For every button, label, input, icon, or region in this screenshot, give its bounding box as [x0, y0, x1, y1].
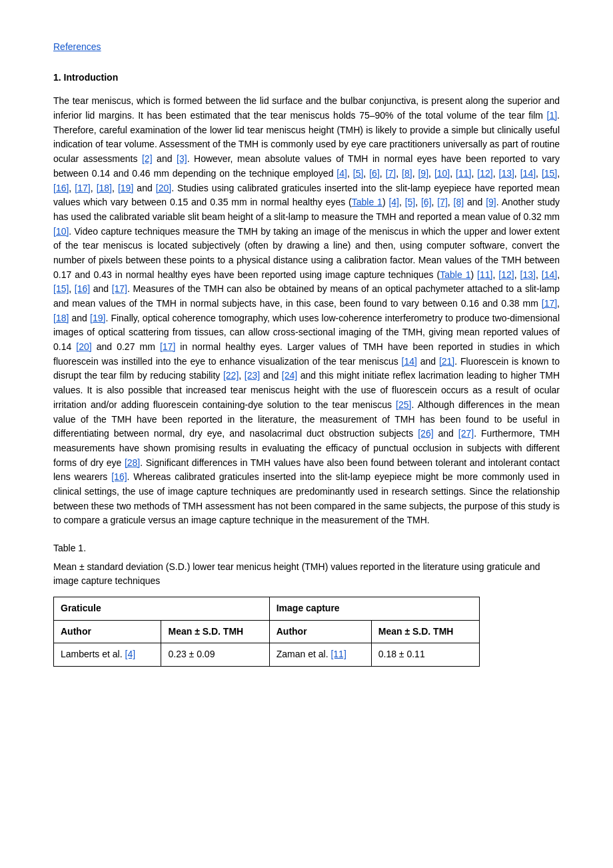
ref-11-table[interactable]: [11]	[330, 649, 346, 659]
ref-14c[interactable]: [14]	[402, 356, 417, 367]
table-1-ref-b[interactable]: Table 1	[440, 269, 470, 280]
image-author-cell: Zaman et al. [11]	[269, 643, 371, 667]
ref-6[interactable]: [6]	[369, 168, 380, 179]
ref-26[interactable]: [26]	[418, 428, 433, 439]
graticule-mean-cell: 0.23 ± 0.09	[161, 643, 269, 667]
ref-17b[interactable]: [17]	[112, 283, 127, 294]
ref-10b[interactable]: [10]	[53, 226, 69, 237]
references-link[interactable]: References	[53, 40, 560, 55]
ref-27[interactable]: [27]	[458, 428, 474, 439]
ref-14b[interactable]: [14]	[542, 269, 557, 280]
ref-4-table[interactable]: [4]	[125, 649, 136, 659]
col-header-image-author: Author	[269, 620, 371, 643]
col-header-graticule-mean: Mean ± S.D. TMH	[161, 620, 269, 643]
ref-25[interactable]: [25]	[396, 399, 411, 410]
ref-3[interactable]: [3]	[177, 153, 187, 164]
ref-16b[interactable]: [16]	[75, 283, 90, 294]
ref-20[interactable]: [20]	[156, 183, 171, 193]
ref-17d[interactable]: [17]	[160, 341, 175, 352]
ref-4[interactable]: [4]	[336, 168, 347, 179]
ref-12[interactable]: [12]	[477, 168, 492, 179]
ref-13[interactable]: [13]	[499, 168, 514, 179]
ref-6b[interactable]: [6]	[421, 197, 432, 207]
ref-20b[interactable]: [20]	[76, 341, 91, 352]
section-title: 1. Introduction	[53, 71, 560, 85]
ref-1[interactable]: [1]	[547, 110, 558, 121]
ref-24[interactable]: [24]	[282, 370, 297, 381]
ref-10[interactable]: [10]	[434, 168, 450, 179]
ref-16c[interactable]: [16]	[111, 471, 127, 482]
introduction-paragraph: The tear meniscus, which is formed betwe…	[53, 94, 560, 528]
table-description: Mean ± standard deviation (S.D.) lower t…	[53, 560, 560, 589]
ref-11b[interactable]: [11]	[477, 269, 492, 280]
results-table: Graticule Image capture Author Mean ± S.…	[53, 597, 480, 667]
ref-17[interactable]: [17]	[75, 183, 90, 193]
ref-22[interactable]: [22]	[223, 370, 239, 381]
ref-19[interactable]: [19]	[118, 183, 133, 193]
ref-23[interactable]: [23]	[245, 370, 260, 381]
ref-17c[interactable]: [17]	[542, 298, 557, 309]
ref-18[interactable]: [18]	[97, 183, 112, 193]
ref-13b[interactable]: [13]	[520, 269, 536, 280]
ref-9b[interactable]: [9]	[486, 197, 496, 207]
ref-7b[interactable]: [7]	[437, 197, 448, 207]
ref-9[interactable]: [9]	[418, 168, 428, 179]
ref-2[interactable]: [2]	[142, 153, 153, 164]
ref-16[interactable]: [16]	[53, 183, 69, 193]
ref-5[interactable]: [5]	[353, 168, 364, 179]
ref-21[interactable]: [21]	[439, 356, 454, 367]
ref-18b[interactable]: [18]	[53, 313, 69, 323]
table-1-ref-a[interactable]: Table 1	[352, 197, 382, 207]
ref-8[interactable]: [8]	[402, 168, 412, 179]
ref-14[interactable]: [14]	[520, 168, 536, 179]
ref-12b[interactable]: [12]	[498, 269, 514, 280]
ref-11[interactable]: [11]	[456, 168, 471, 179]
ref-15[interactable]: [15]	[542, 168, 557, 179]
ref-15b[interactable]: [15]	[53, 283, 69, 294]
col-header-graticule-author: Author	[54, 620, 161, 643]
ref-5b[interactable]: [5]	[405, 197, 416, 207]
table-row: Lamberts et al. [4] 0.23 ± 0.09 Zaman et…	[54, 643, 480, 667]
image-mean-cell: 0.18 ± 0.11	[371, 643, 479, 667]
table-caption: Table 1.	[53, 541, 560, 556]
image-capture-group-header: Image capture	[269, 597, 479, 621]
col-header-image-mean: Mean ± S.D. TMH	[371, 620, 479, 643]
ref-19b[interactable]: [19]	[90, 313, 105, 323]
graticule-group-header: Graticule	[54, 597, 270, 621]
ref-8b[interactable]: [8]	[454, 197, 464, 207]
ref-7[interactable]: [7]	[386, 168, 396, 179]
ref-28[interactable]: [28]	[125, 457, 140, 468]
graticule-author-cell: Lamberts et al. [4]	[54, 643, 161, 667]
ref-4b[interactable]: [4]	[388, 197, 399, 207]
